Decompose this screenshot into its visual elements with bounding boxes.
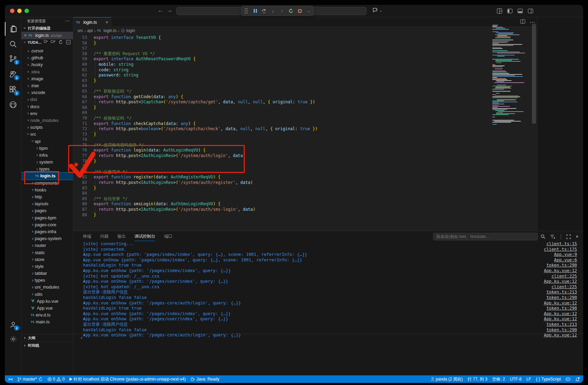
cursor-position-status[interactable]: 行 77, 列 3 [468, 376, 487, 382]
problems-status[interactable]: 0 0 [48, 377, 65, 382]
tree-item-pages[interactable]: ›pages [21, 207, 73, 214]
source-link[interactable]: App.ku.vue:12 [544, 301, 577, 306]
close-tab-icon[interactable]: × [106, 20, 108, 25]
activity-item-source-control[interactable]: 1 [5, 52, 21, 65]
customize-layout-icon[interactable] [496, 8, 503, 14]
pause-icon[interactable] [252, 8, 258, 14]
tree-item-env-d-ts[interactable]: TSenv.d.ts [21, 312, 73, 319]
outline-section[interactable]: › 大纲 [21, 334, 73, 342]
step-into-icon[interactable]: ↓ [270, 8, 276, 14]
source-link[interactable]: client:225 [552, 274, 577, 279]
expand-chevron-icon[interactable]: › [73, 279, 83, 284]
go-forward-button[interactable]: → [166, 7, 174, 13]
tree-item--husky[interactable]: ›.husky [21, 61, 73, 68]
tree-item-pages-system[interactable]: ›pages-system [21, 235, 73, 242]
notifications-bell-icon[interactable] [575, 377, 580, 382]
tree-item-pages-bpm[interactable]: ›pages-bpm [21, 215, 73, 221]
search-icon[interactable] [540, 234, 545, 239]
source-link[interactable]: App.ku.vue:12 [544, 316, 577, 322]
encoding-status[interactable]: UTF-8 [510, 377, 522, 382]
breadcrumb-item-src[interactable]: src [77, 28, 83, 33]
tree-item--cursor[interactable]: ›.cursor [21, 48, 73, 54]
workspace-section-header[interactable]: › YUDA... [21, 39, 73, 46]
tree-item-uni-modules[interactable]: ›uni_modules [21, 284, 73, 291]
breadcrumb-item-login-ts[interactable]: TSlogin.ts [97, 28, 117, 33]
panel-tab-问题[interactable]: 问题 [100, 233, 108, 239]
filter-icon[interactable] [550, 235, 555, 239]
activity-item-github[interactable] [5, 98, 21, 112]
tree-item-types[interactable]: ›types [21, 277, 73, 284]
new-file-icon[interactable] [43, 40, 48, 45]
tree-item-pages-core[interactable]: ›pages-core [21, 221, 73, 228]
new-folder-icon[interactable] [51, 40, 56, 45]
source-link[interactable]: client.ts:175 [544, 247, 577, 252]
tree-item-layouts[interactable]: ›layouts [21, 200, 73, 207]
activity-item-explorer[interactable] [5, 22, 21, 36]
tree-item-docs[interactable]: ›docs [21, 103, 73, 110]
expand-chevron-icon[interactable]: › [73, 316, 83, 322]
remote-indicator[interactable]: >< [8, 377, 13, 382]
breadcrumb-item-api[interactable]: api [87, 28, 93, 33]
source-link[interactable]: App.vue:9 [554, 252, 577, 258]
expand-chevron-icon[interactable]: › [73, 252, 83, 258]
activity-item-search[interactable] [5, 37, 21, 51]
close-panel-icon[interactable]: × [576, 234, 578, 239]
toggle-secondary-sidebar-icon[interactable] [527, 8, 534, 14]
language-mode-status[interactable]: { } TypeScript [536, 377, 561, 382]
explorer-more-actions-icon[interactable]: ⋯ [65, 18, 70, 23]
breadcrumb-item-login[interactable]: login [121, 28, 135, 33]
indentation-status[interactable]: 空格: 2 [492, 376, 505, 382]
minimap[interactable] [492, 25, 532, 218]
source-link[interactable]: token.ts:290 [546, 327, 577, 333]
tree-item-api[interactable]: ›api [21, 138, 73, 145]
source-link[interactable]: token.ts:290 [546, 306, 577, 311]
tree-item-pages-infra[interactable]: ›pages-infra [21, 228, 73, 235]
source-link[interactable]: token.ts:290 [546, 263, 577, 268]
tree-item--image[interactable]: ›.image [21, 75, 73, 82]
expand-chevron-icon[interactable]: › [73, 268, 83, 274]
close-window-button[interactable] [10, 9, 14, 13]
panel-tab-输出[interactable]: 输出 [117, 233, 126, 239]
go-back-button[interactable]: ← [157, 7, 164, 13]
tree-item-static[interactable]: ›static [21, 249, 73, 256]
panel-tab-终端[interactable]: 终端 [83, 233, 91, 239]
copilot-status-icon[interactable] [566, 377, 570, 381]
debug-launch-status[interactable]: 针对 localhost 启动 Chrome (yudao-ui-admin-u… [70, 376, 186, 382]
tree-item--trae[interactable]: ›.trae [21, 82, 73, 89]
open-editor-login-ts[interactable]: × TS login.ts src/api [21, 32, 73, 39]
activity-item-settings[interactable] [5, 332, 21, 346]
tree-item-style[interactable]: ›style [21, 263, 73, 270]
tree-item-router[interactable]: ›router [21, 242, 73, 249]
drag-handle-icon[interactable] [243, 8, 249, 14]
source-link[interactable]: client:225 [552, 284, 577, 290]
tree-item-main-ts[interactable]: TSmain.ts [21, 319, 73, 325]
debug-config-chevron-icon[interactable]: ⌄ [306, 8, 312, 14]
panel-tab-调试控制台[interactable]: 调试控制台 [135, 233, 155, 241]
copilot-chat-button[interactable]: ⌄ [372, 8, 382, 13]
tab-login-ts[interactable]: TS login.ts × [73, 17, 111, 27]
zoom-window-button[interactable] [24, 9, 29, 13]
tree-item-dist[interactable]: ›dist [21, 96, 73, 103]
expand-chevron-icon[interactable]: › [73, 311, 83, 317]
expand-chevron-icon[interactable]: › [73, 301, 83, 306]
source-link[interactable]: token.ts:290 [546, 295, 577, 301]
source-link[interactable]: client.ts:15 [546, 241, 577, 247]
tree-item-env[interactable]: ›env [21, 110, 73, 117]
collapse-all-icon[interactable] [66, 40, 71, 45]
activity-item-extensions[interactable]: 1 [5, 83, 21, 96]
toggle-panel-icon[interactable] [517, 8, 524, 14]
editor-scrollbar[interactable] [532, 24, 536, 124]
close-icon[interactable]: × [24, 33, 27, 38]
tree-item-node-modules[interactable]: ›node_modules [21, 117, 73, 124]
tree-item-scripts[interactable]: ›scripts [21, 124, 73, 131]
tree-item-hooks[interactable]: ›hooks [21, 187, 73, 194]
tree-item-system[interactable]: ›system [21, 159, 73, 166]
activity-item-run-debug[interactable]: 1 [5, 67, 21, 81]
source-link[interactable]: App.ku.vue:12 [544, 311, 577, 317]
tree-item-bpm[interactable]: ›bpm [21, 145, 73, 152]
tree-item-http[interactable]: ›http [21, 194, 73, 200]
tree-item-infra[interactable]: ›infra [21, 152, 73, 159]
source-link[interactable]: token.ts:213 [546, 290, 577, 295]
tree-item-app-ku-vue[interactable]: App.ku.vue [21, 298, 73, 305]
tree-item--vscode[interactable]: ›.vscode [21, 89, 73, 96]
